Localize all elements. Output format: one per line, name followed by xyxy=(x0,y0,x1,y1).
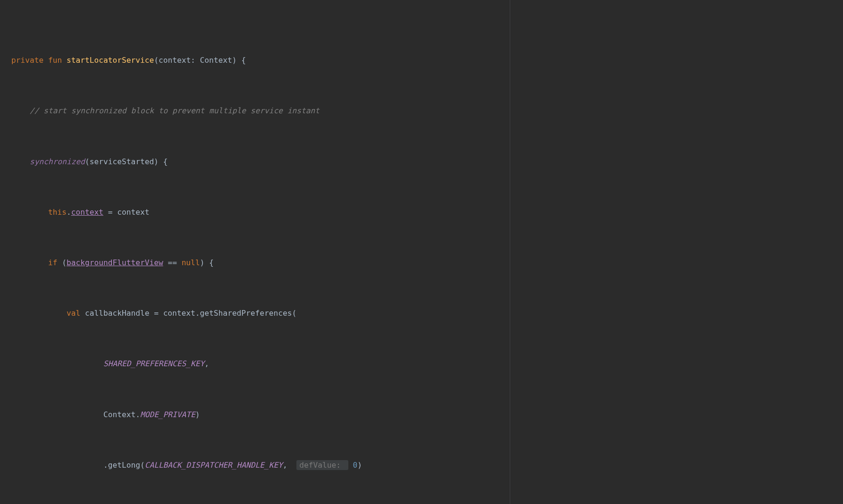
code-line[interactable]: val callbackHandle = context.getSharedPr… xyxy=(11,307,832,320)
code-text: callbackHandle = context.getSharedPrefer… xyxy=(80,309,296,318)
function-name: startLocatorService xyxy=(67,56,154,65)
code-text: .getLong( xyxy=(103,461,145,470)
keyword: synchronized xyxy=(30,157,85,166)
keyword: null xyxy=(182,258,200,267)
code-text: (context: Context) { xyxy=(154,56,246,65)
keyword: if xyxy=(48,258,58,267)
comment: // start synchronized block to prevent m… xyxy=(30,106,320,115)
keyword: fun xyxy=(48,56,62,65)
field-ref: context xyxy=(71,208,103,217)
code-text: , xyxy=(283,461,292,470)
code-line[interactable]: if (backgroundFlutterView == null) { xyxy=(11,257,832,269)
code-line[interactable]: synchronized(serviceStarted) { xyxy=(11,156,832,168)
keyword: private xyxy=(11,56,43,65)
code-line[interactable]: private fun startLocatorService(context:… xyxy=(11,54,832,67)
constant: MODE_PRIVATE xyxy=(140,410,195,419)
code-text: ( xyxy=(57,258,67,267)
number-literal: 0 xyxy=(353,461,357,470)
code-line[interactable]: SHARED_PREFERENCES_KEY, xyxy=(11,358,832,370)
code-text: , xyxy=(204,359,209,368)
code-text: ) xyxy=(357,461,362,470)
code-line[interactable]: Context.MODE_PRIVATE) xyxy=(11,409,832,421)
constant: CALLBACK_DISPATCHER_HANDLE_KEY xyxy=(145,461,283,470)
code-text: == xyxy=(163,258,182,267)
code-line[interactable]: this.context = context xyxy=(11,206,832,219)
code-text: . xyxy=(67,208,71,217)
parameter-hint: defValue: xyxy=(296,460,348,470)
field-ref: backgroundFlutterView xyxy=(67,258,163,267)
code-line[interactable]: .getLong(CALLBACK_DISPATCHER_HANDLE_KEY,… xyxy=(11,459,832,472)
code-text: ) xyxy=(195,410,200,419)
code-text: (serviceStarted) { xyxy=(85,157,168,166)
right-margin-ruler xyxy=(510,0,510,504)
code-text: Context. xyxy=(103,410,140,419)
code-text: ) { xyxy=(200,258,214,267)
constant: SHARED_PREFERENCES_KEY xyxy=(103,359,204,368)
keyword: val xyxy=(67,309,80,318)
keyword: this xyxy=(48,208,67,217)
code-editor[interactable]: private fun startLocatorService(context:… xyxy=(0,0,843,504)
code-text: = context xyxy=(103,208,149,217)
code-line[interactable]: // start synchronized block to prevent m… xyxy=(11,105,832,118)
